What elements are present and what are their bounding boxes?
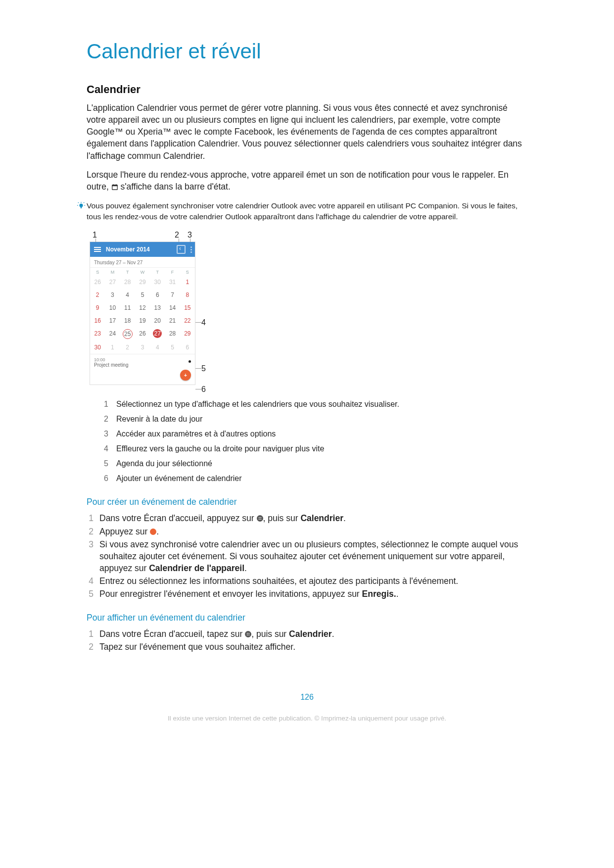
svg-rect-3 [116, 184, 116, 186]
calendar-grid[interactable]: 2627282930311234567891011121314151617181… [90, 276, 195, 354]
text: , puis sur [251, 629, 289, 639]
text: Dans votre Écran d'accueil, appuyez sur [99, 513, 257, 523]
calendar-weekdays: SMTWTFS [90, 268, 195, 276]
text: Calendrier [289, 629, 332, 639]
text: . [244, 563, 247, 573]
page-number: 126 [87, 693, 527, 702]
svg-line-9 [78, 202, 79, 203]
add-event-fab[interactable]: + [180, 370, 191, 381]
callout-legend: 1Sélectionnez un type d'affichage et les… [101, 400, 527, 483]
text: Appuyez sur [99, 527, 150, 536]
callout-label: 4 [201, 318, 206, 327]
add-icon [150, 529, 156, 535]
callout-tick [195, 389, 201, 389]
agenda-area[interactable]: 10:00 Project meeting + [90, 354, 195, 385]
calendar-screenshot: 1 2 3 4 5 6 November 2014 Thursday 27 – … [90, 241, 527, 385]
callout-label: 5 [201, 364, 206, 373]
text: Calendrier [300, 513, 343, 523]
apps-icon [257, 515, 263, 522]
steps-view-event: 1Dans votre Écran d'accueil, tapez sur ,… [87, 628, 527, 653]
svg-line-10 [84, 202, 84, 203]
footer-text: Il existe une version Internet de cette … [87, 715, 527, 722]
text: Dans votre Écran d'accueil, tapez sur [99, 629, 245, 639]
hint-text: Vous pouvez également synchroniser votre… [87, 200, 527, 222]
text: Pour enregistrer l'événement et envoyer … [99, 589, 362, 599]
paragraph-notification: Lorsque l'heure du rendez-vous approche,… [87, 169, 527, 193]
page-title: Calendrier et réveil [87, 40, 527, 63]
callout-label: 6 [201, 385, 206, 394]
text: Entrez ou sélectionnez les informations … [99, 575, 458, 587]
menu-icon[interactable] [94, 247, 101, 252]
text: . [396, 589, 399, 599]
steps-create-event: 1Dans votre Écran d'accueil, appuyez sur… [87, 512, 527, 600]
paragraph-intro: L'application Calendrier vous permet de … [87, 102, 527, 162]
text: Tapez sur l'événement que vous souhaitez… [99, 641, 295, 653]
text: . [156, 527, 159, 536]
section-heading: Calendrier [87, 83, 527, 96]
text: Enregis. [362, 589, 396, 599]
selected-day-label: Thursday 27 – Nov 27 [90, 257, 195, 268]
more-icon[interactable] [190, 246, 192, 253]
text: . [332, 629, 334, 639]
text: s'affiche dans la barre d'état. [121, 182, 231, 192]
today-icon[interactable] [177, 245, 186, 254]
agenda-time: 10:00 [94, 357, 191, 362]
subsection-heading: Pour afficher un événement du calendrier [87, 613, 527, 623]
callout-label: 1 [93, 231, 97, 240]
calendar-month-label[interactable]: November 2014 [106, 246, 150, 253]
callout-tick [195, 368, 201, 369]
agenda-title: Project meeting [94, 362, 191, 368]
text: , puis sur [263, 513, 301, 523]
svg-rect-2 [113, 184, 113, 186]
text: Calendrier de l'appareil [149, 563, 244, 573]
svg-rect-1 [112, 185, 117, 186]
text: . [343, 513, 346, 523]
svg-point-4 [79, 203, 83, 207]
calendar-icon [111, 182, 118, 193]
lightbulb-icon [76, 200, 87, 213]
apps-icon [245, 631, 251, 637]
callout-tick [195, 322, 201, 323]
subsection-heading: Pour créer un événement de calendrier [87, 497, 527, 507]
svg-rect-5 [81, 207, 82, 208]
